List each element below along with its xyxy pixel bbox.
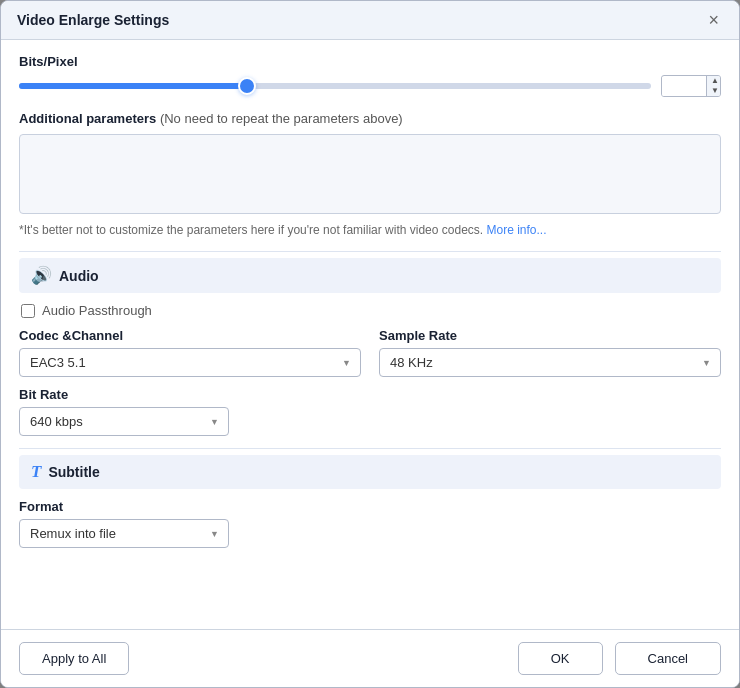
dialog-body: Bits/Pixel 0.25 ▲ ▼ Additional parameter… [1, 40, 739, 629]
video-enlarge-settings-dialog: Video Enlarge Settings × Bits/Pixel 0.25… [0, 0, 740, 688]
bit-rate-label: Bit Rate [19, 387, 721, 402]
additional-params-label: Additional parameters [19, 111, 156, 126]
format-select[interactable]: Remux into file Burn into video Separate… [19, 519, 229, 548]
slider-track [19, 83, 651, 89]
close-button[interactable]: × [704, 11, 723, 29]
bit-rate-select[interactable]: 640 kbps 320 kbps 256 kbps 192 kbps 128 … [19, 407, 229, 436]
bits-pixel-label: Bits/Pixel [19, 54, 721, 69]
codec-channel-select-wrap: EAC3 5.1 AAC MP3 AC3 Copy [19, 348, 361, 377]
format-select-wrap: Remux into file Burn into video Separate… [19, 519, 229, 548]
params-note: *It's better not to customize the parame… [19, 223, 721, 237]
apply-to-all-button[interactable]: Apply to All [19, 642, 129, 675]
sample-rate-col: Sample Rate 48 KHz 44.1 KHz 32 KHz [379, 328, 721, 377]
slider-fill [19, 83, 247, 89]
audio-passthrough-row: Audio Passthrough [21, 303, 721, 318]
more-info-link[interactable]: More info... [486, 223, 546, 237]
dialog-footer: Apply to All OK Cancel [1, 629, 739, 687]
divider-1 [19, 251, 721, 252]
format-label: Format [19, 499, 721, 514]
footer-right-buttons: OK Cancel [518, 642, 721, 675]
codec-sample-row: Codec &Channel EAC3 5.1 AAC MP3 AC3 Copy… [19, 328, 721, 377]
sample-rate-select-wrap: 48 KHz 44.1 KHz 32 KHz [379, 348, 721, 377]
bit-rate-row: Bit Rate 640 kbps 320 kbps 256 kbps 192 … [19, 387, 721, 436]
ok-button[interactable]: OK [518, 642, 603, 675]
dialog-title: Video Enlarge Settings [17, 12, 169, 28]
subtitle-section-title: Subtitle [48, 464, 99, 480]
audio-section-header: 🔊 Audio [19, 258, 721, 293]
codec-channel-select[interactable]: EAC3 5.1 AAC MP3 AC3 Copy [19, 348, 361, 377]
subtitle-section-header: T Subtitle [19, 455, 721, 489]
slider-value-input[interactable]: 0.25 [662, 77, 706, 96]
bits-pixel-row: 0.25 ▲ ▼ [19, 75, 721, 97]
divider-2 [19, 448, 721, 449]
dialog-header: Video Enlarge Settings × [1, 1, 739, 40]
codec-channel-col: Codec &Channel EAC3 5.1 AAC MP3 AC3 Copy [19, 328, 361, 377]
spin-up-button[interactable]: ▲ [707, 76, 721, 86]
bit-rate-select-wrap: 640 kbps 320 kbps 256 kbps 192 kbps 128 … [19, 407, 229, 436]
sample-rate-label: Sample Rate [379, 328, 721, 343]
subtitle-icon: T [31, 462, 41, 482]
slider-value-box: 0.25 ▲ ▼ [661, 75, 721, 97]
audio-section-title: Audio [59, 268, 99, 284]
sample-rate-select[interactable]: 48 KHz 44.1 KHz 32 KHz [379, 348, 721, 377]
slider-spinners: ▲ ▼ [706, 76, 721, 96]
audio-passthrough-label: Audio Passthrough [42, 303, 152, 318]
additional-params-section: Additional parameters (No need to repeat… [19, 111, 721, 237]
spin-down-button[interactable]: ▼ [707, 86, 721, 96]
audio-icon: 🔊 [31, 265, 52, 286]
additional-params-note: (No need to repeat the parameters above) [160, 111, 403, 126]
additional-params-textarea[interactable] [19, 134, 721, 214]
subtitle-format-row: Format Remux into file Burn into video S… [19, 499, 721, 548]
audio-passthrough-checkbox[interactable] [21, 304, 35, 318]
cancel-button[interactable]: Cancel [615, 642, 721, 675]
codec-channel-label: Codec &Channel [19, 328, 361, 343]
slider-thumb[interactable] [238, 77, 256, 95]
